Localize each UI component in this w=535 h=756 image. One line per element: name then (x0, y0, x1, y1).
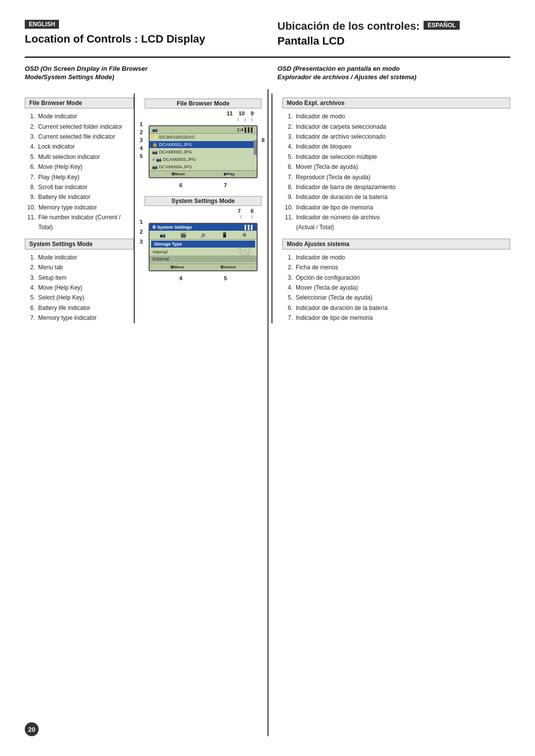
list-item: 10.Memory type indicator (27, 202, 134, 212)
list-item: 3.Setup item (27, 273, 134, 283)
spanish-system-settings-header: Modo Ajustes sistema (282, 239, 510, 250)
callout-2-ss: 2 (140, 229, 143, 235)
list-item: 8.Scroll bar indicator (27, 182, 134, 192)
page: ENGLISH Location of Controls : LCD Displ… (0, 0, 535, 756)
english-lists: File Browser Mode 1.Mode indicator 2.Cur… (25, 94, 134, 323)
spanish-file-browser-list: 1.Indicador de modo 2.Indicador de carpe… (282, 111, 510, 233)
file-browser-screen-label: File Browser Mode (145, 99, 262, 108)
list-item: 2.Ficha de menús (285, 262, 510, 272)
list-item: 5.Select (Help Key) (27, 293, 134, 302)
list-item: 11.Indicador de número de archivo(Actual… (285, 212, 510, 233)
list-item: 3.Opción de configuración (285, 273, 510, 283)
english-badge: ENGLISH (25, 20, 59, 29)
spanish-lists: Modo Expl. archivos 1.Indicador de modo … (272, 94, 510, 323)
english-osd-subtitle: OSD (On Screen Display in File Browser M… (25, 65, 258, 82)
english-file-browser-header: File Browser Mode (25, 98, 134, 108)
list-item: 2.Current selected folder indicator (27, 122, 134, 132)
callout-1-fb: 1 (140, 121, 143, 127)
list-item: 3.Indicador de archivo seleccionado (285, 132, 510, 142)
spanish-badge: ESPAÑOL (424, 21, 460, 30)
list-item: 7.Play (Help Key) (27, 172, 134, 182)
list-item: 5.Indicador de selección múltiple (285, 152, 510, 162)
english-file-browser-list: 1.Mode indicator 2.Current selected fold… (25, 111, 134, 233)
callout-7-fb: 7 (224, 182, 227, 188)
callout-9: 9 (251, 110, 254, 116)
callout-3-fb: 3 (140, 137, 143, 143)
list-item: 5.Multi selection indicator (27, 152, 134, 162)
list-item: 11.File number indicator (Current / Tota… (27, 212, 134, 233)
list-item: 3.Current selected file indicator (27, 132, 134, 142)
callout-8-fb: 8 (262, 137, 265, 143)
list-item: 8.Indicador de barra de desplazamiento (285, 182, 510, 192)
list-item: 1.Indicador de modo (285, 252, 510, 262)
list-item: 6.Battery life indicator (27, 303, 134, 313)
callout-5-ss: 5 (224, 275, 227, 281)
list-item: 4.Lock indicator (27, 142, 134, 151)
callout-11: 11 (226, 110, 232, 116)
list-item: 2.Indicador de carpeta seleccionada (285, 122, 510, 132)
list-item: 7.Reproducir (Tecla de ayuda) (285, 172, 510, 182)
list-item: 5.Seleccionar (Tecla de ayuda) (285, 293, 510, 302)
list-item: 9.Indicador de duración de la batería (285, 192, 510, 202)
list-item: 9.Battery life indicator (27, 192, 134, 202)
list-item: 6.Move (Help Key) (27, 162, 134, 172)
callout-4-ss: 4 (179, 275, 182, 281)
callout-2-fb: 2 (140, 129, 143, 135)
list-item: 4.Indicador de bloqueo (285, 142, 510, 151)
list-item: 4.Mover (Tecla de ayuda) (285, 283, 510, 293)
callout-7-ss: 7 (238, 208, 241, 214)
callout-1-ss: 1 (140, 219, 143, 225)
spanish-osd-subtitle: OSD (Presentación en pantalla en modo Ex… (277, 65, 510, 82)
callout-6-fb: 6 (179, 182, 182, 188)
list-item: 1.Mode indicator (27, 111, 134, 121)
list-item: 4.Move (Help Key) (27, 283, 134, 293)
spanish-file-browser-header: Modo Expl. archivos (282, 98, 510, 108)
callout-6-ss: 6 (251, 208, 254, 214)
callout-3-ss: 3 (140, 239, 143, 245)
system-settings-screen-label: System Settings Mode (145, 196, 262, 206)
list-item: 10.Indicador de tipo de memoria (285, 202, 510, 212)
list-item: 7.Memory type indicator (27, 313, 134, 323)
list-item: 6.Mover (Tecla de ayuda) (285, 162, 510, 172)
list-item: 2.Menu tab (27, 262, 134, 272)
spanish-title-line2: Pantalla LCD (277, 35, 510, 48)
english-system-settings-list: 1.Mode indicator 2.Menu tab 3.Setup item… (25, 252, 134, 323)
diagram-column: File Browser Mode 11 10 9 | | | (134, 94, 272, 323)
spanish-system-settings-list: 1.Indicador de modo 2.Ficha de menús 3.O… (282, 252, 510, 323)
callout-5-fb: 5 (140, 153, 143, 159)
list-item: 7.Indicador de tipo de memoria (285, 313, 510, 323)
callout-10: 10 (239, 110, 245, 116)
list-item: 1.Indicador de modo (285, 111, 510, 121)
callout-4-fb: 4 (140, 145, 143, 151)
list-item: 6.Indicador de duración de la batería (285, 303, 510, 313)
english-title: Location of Controls : LCD Display (25, 33, 258, 46)
english-system-settings-header: System Settings Mode (25, 239, 134, 250)
page-number: 20 (25, 722, 39, 736)
list-item: 1.Mode indicator (27, 252, 134, 262)
spanish-title-line1: Ubicación de los controles: (277, 20, 420, 33)
